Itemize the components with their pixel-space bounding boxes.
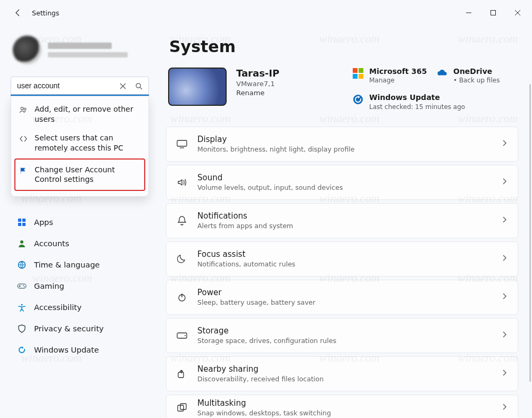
row-title: Power: [197, 288, 491, 297]
update-icon: [352, 94, 364, 105]
gamepad-icon: [17, 281, 27, 291]
microsoft-365-icon: [352, 68, 364, 79]
search-result-uac-settings[interactable]: Change User Account Control settings: [14, 158, 145, 191]
chevron-right-icon: [501, 254, 508, 263]
chevron-right-icon: [501, 178, 508, 187]
onedrive-link[interactable]: OneDrive• Back up files: [436, 68, 516, 84]
row-subtitle: Alerts from apps and system: [197, 222, 491, 230]
storage-icon: [176, 330, 188, 341]
sidebar-item-windows-update[interactable]: Windows Update: [11, 339, 155, 361]
microsoft-365-link[interactable]: Microsoft 365Manage: [352, 68, 432, 84]
settings-row-display[interactable]: DisplayMonitors, brightness, night light…: [166, 127, 518, 162]
search-result-label: Add, edit, or remove other users: [35, 104, 141, 124]
settings-row-notifications[interactable]: NotificationsAlerts from apps and system: [166, 203, 518, 238]
scrollbar[interactable]: [529, 84, 531, 382]
svg-rect-16: [353, 68, 358, 73]
chevron-right-icon: [501, 139, 508, 148]
row-title: Sound: [197, 173, 491, 182]
svg-point-13: [23, 285, 24, 286]
power-icon: [176, 291, 188, 303]
sidebar: Add, edit, or remove other usersSelect u…: [0, 26, 160, 418]
row-title: Storage: [197, 326, 491, 336]
svg-rect-27: [178, 372, 184, 378]
back-button[interactable]: [9, 3, 28, 22]
sidebar-item-label: Accounts: [34, 239, 69, 248]
window-title: Settings: [32, 9, 59, 17]
settings-row-multitasking[interactable]: MultitaskingSnap windows, desktops, task…: [166, 395, 518, 418]
globe-icon: [17, 260, 27, 270]
row-subtitle: Monitors, brightness, night light, displ…: [197, 145, 491, 153]
sound-icon: [176, 177, 188, 188]
windows-update-link[interactable]: Windows UpdateLast checked: 15 minutes a…: [352, 94, 516, 110]
shield-icon: [17, 324, 27, 333]
sidebar-item-accessibility[interactable]: Accessibility: [11, 297, 155, 318]
row-title: Display: [197, 135, 491, 144]
clear-search-button[interactable]: [116, 79, 130, 93]
sidebar-item-privacy[interactable]: Privacy & security: [11, 318, 155, 339]
maximize-button[interactable]: [481, 4, 505, 21]
chevron-left-right-icon: [19, 134, 28, 144]
svg-point-10: [20, 240, 23, 244]
row-title: Multitasking: [197, 398, 491, 408]
row-subtitle: Sleep, battery usage, battery saver: [197, 298, 491, 306]
sidebar-item-gaming[interactable]: Gaming: [11, 275, 155, 297]
svg-rect-8: [18, 223, 21, 226]
svg-rect-9: [22, 223, 26, 226]
settings-row-nearby-sharing[interactable]: Nearby sharingDiscoverability, received …: [166, 356, 518, 391]
search-result-add-edit-remove-users[interactable]: Add, edit, or remove other users: [11, 100, 148, 129]
svg-point-14: [24, 286, 25, 287]
sidebar-item-label: Apps: [34, 218, 53, 227]
row-subtitle: Discoverability, received files location: [197, 375, 491, 383]
update-icon: [17, 345, 27, 355]
main-content: System Taras-IP VMware7,1 Rename Microso…: [160, 26, 532, 418]
search-results-dropdown: Add, edit, or remove other usersSelect u…: [11, 96, 149, 197]
share-icon: [176, 368, 188, 380]
user-header[interactable]: [13, 33, 155, 67]
user-name-blurred: [48, 43, 128, 57]
close-button[interactable]: [505, 4, 530, 21]
chevron-right-icon: [501, 216, 508, 225]
titlebar: Settings: [0, 0, 532, 26]
bell-icon: [176, 215, 188, 227]
apps-icon: [17, 218, 27, 227]
sidebar-item-label: Accessibility: [34, 303, 81, 312]
row-subtitle: Storage space, drives, configuration rul…: [197, 337, 491, 345]
search-result-label: Select users that can remotely access th…: [35, 133, 141, 153]
sidebar-item-label: Gaming: [34, 282, 64, 290]
chevron-right-icon: [501, 369, 508, 378]
row-subtitle: Volume levels, output, input, sound devi…: [197, 183, 491, 191]
row-title: Focus assist: [197, 249, 491, 259]
avatar: [13, 36, 41, 64]
row-title: Notifications: [197, 211, 491, 221]
chevron-right-icon: [501, 403, 508, 412]
desktop-thumbnail[interactable]: [168, 68, 227, 106]
svg-rect-1: [491, 11, 496, 15]
settings-row-power[interactable]: PowerSleep, battery usage, battery saver: [166, 280, 518, 315]
sidebar-item-time-language[interactable]: Time & language: [11, 254, 155, 275]
svg-point-15: [21, 304, 22, 305]
minimize-button[interactable]: [456, 4, 481, 21]
settings-row-sound[interactable]: SoundVolume levels, output, input, sound…: [166, 165, 518, 200]
chevron-right-icon: [501, 331, 508, 340]
sidebar-item-accounts[interactable]: Accounts: [11, 233, 155, 254]
row-title: Nearby sharing: [197, 364, 491, 374]
settings-row-storage[interactable]: StorageStorage space, drives, configurat…: [166, 318, 518, 353]
svg-point-5: [24, 108, 26, 110]
svg-point-4: [21, 107, 23, 110]
settings-list: DisplayMonitors, brightness, night light…: [166, 127, 518, 418]
search-icon[interactable]: [132, 79, 146, 93]
accessibility-icon: [17, 303, 27, 312]
svg-rect-18: [353, 74, 358, 79]
page-title: System: [169, 37, 518, 56]
sidebar-item-label: Privacy & security: [34, 324, 104, 333]
pc-model: VMware7,1: [236, 80, 279, 88]
flag-icon: [19, 166, 28, 175]
svg-line-3: [140, 87, 142, 89]
search-result-remote-users[interactable]: Select users that can remotely access th…: [11, 129, 148, 157]
display-icon: [176, 138, 188, 150]
moon-icon: [176, 253, 188, 265]
rename-link[interactable]: Rename: [236, 89, 279, 97]
settings-row-focus-assist[interactable]: Focus assistNotifications, automatic rul…: [166, 241, 518, 277]
sidebar-item-apps[interactable]: Apps: [11, 212, 155, 233]
search-result-label: Change User Account Control settings: [35, 165, 141, 185]
